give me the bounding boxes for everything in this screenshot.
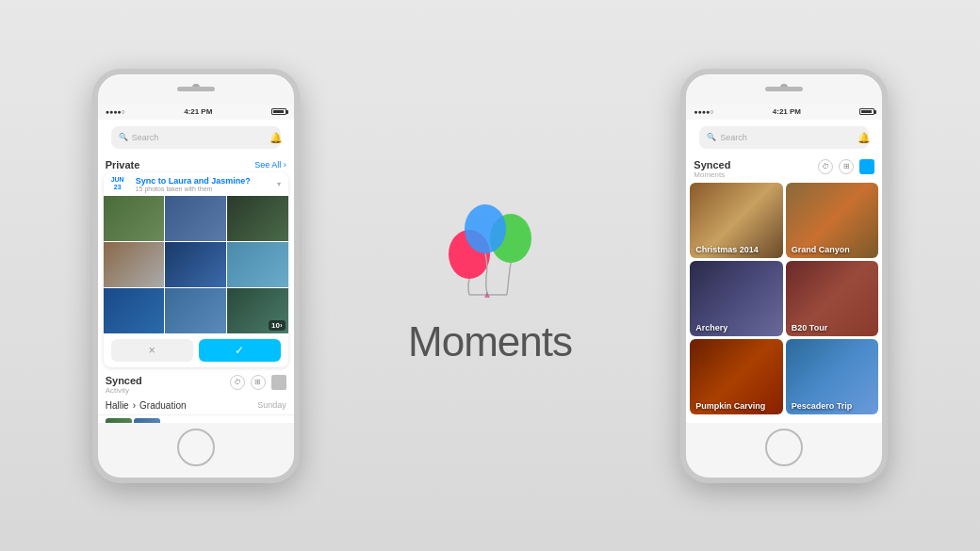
signal-left: ●●●●○ <box>106 108 125 115</box>
photo-cell-8 <box>165 288 226 333</box>
chevron-down-icon[interactable]: ▾ <box>277 180 281 188</box>
album-label-pescadero: Pescadero Trip <box>792 401 853 411</box>
battery-right <box>859 108 874 115</box>
clock-icon-right[interactable]: ⏱ <box>818 159 833 174</box>
photo-cell-5 <box>165 242 226 287</box>
search-placeholder-left: Search <box>132 133 273 142</box>
time-right: 4:21 PM <box>773 107 801 116</box>
synced-right-titles: Synced Moments <box>694 159 730 179</box>
album-grand-canyon[interactable]: Grand Canyon <box>786 183 879 258</box>
more-count: 10› <box>269 320 286 331</box>
synced-section-left: Synced Activity ⏱ ⊞ Hallie › Grad <box>98 371 294 423</box>
private-header: Private See All › <box>98 155 294 172</box>
phone-screen-left: ●●●●○ 4:21 PM 🔍 Search 🔔 Private See All… <box>98 105 294 423</box>
scene: ●●●●○ 4:21 PM 🔍 Search 🔔 Private See All… <box>0 0 980 551</box>
confirm-button[interactable]: ✓ <box>199 339 281 362</box>
album-grid: Christmas 2014 Grand Canyon Archery B20 … <box>686 183 882 414</box>
grid-icon[interactable]: ⊞ <box>251 375 266 390</box>
time-left: 4:21 PM <box>184 107 212 116</box>
sync-date-day: 23 <box>111 184 124 191</box>
album-label-canyon: Grand Canyon <box>792 245 850 254</box>
sync-card-title: Sync to Laura and Jasmine? <box>136 176 277 186</box>
photo-cell-2 <box>165 196 226 241</box>
activity-date: Sunday <box>257 400 286 410</box>
search-wrapper-left: 🔍 Search 🔔 <box>98 120 294 155</box>
synced-title-right: Synced <box>694 159 730 170</box>
album-pescadero-trip[interactable]: Pescadero Trip <box>786 339 879 414</box>
search-bar-left[interactable]: 🔍 Search <box>111 126 281 149</box>
balloons-svg <box>433 186 547 300</box>
battery-left <box>271 108 286 115</box>
grid-icon-right[interactable]: ⊞ <box>839 159 854 174</box>
album-label-christmas: Christmas 2014 <box>695 245 759 254</box>
active-view-icon-right[interactable] <box>859 159 874 174</box>
status-bar-right: ●●●●○ 4:21 PM <box>686 105 882 120</box>
clock-icon[interactable]: ⏱ <box>230 375 245 390</box>
search-bar-right[interactable]: 🔍 Search <box>699 126 869 149</box>
activity-text: Hallie › Graduation <box>106 400 187 411</box>
thumb-2 <box>134 418 160 423</box>
album-pumpkin-carving[interactable]: Pumpkin Carving <box>690 339 783 414</box>
sync-date-month: JUN <box>111 176 124 184</box>
sync-card: JUN 23 Sync to Laura and Jasmine? 15 pho… <box>104 172 288 367</box>
synced-subtitle-right: Moments <box>694 170 730 179</box>
activity-target: Graduation <box>139 400 186 411</box>
sync-card-header: JUN 23 Sync to Laura and Jasmine? 15 pho… <box>104 172 288 196</box>
private-title: Private <box>106 159 140 170</box>
activity-thumbs <box>98 415 294 423</box>
moments-title: Moments <box>408 318 572 365</box>
svg-point-2 <box>465 204 506 253</box>
bell-icon-right: 🔔 <box>858 131 871 143</box>
sync-card-subtitle: 15 photos taken with them <box>136 186 277 192</box>
phone-left: ●●●●○ 4:21 PM 🔍 Search 🔔 Private See All… <box>92 69 300 483</box>
search-icon-left: 🔍 <box>119 133 128 141</box>
photo-cell-1 <box>104 196 165 241</box>
moments-logo <box>433 186 547 300</box>
see-all-private[interactable]: See All › <box>254 160 286 170</box>
status-bar-left: ●●●●○ 4:21 PM <box>98 105 294 120</box>
album-label-pumpkin: Pumpkin Carving <box>695 401 765 411</box>
synced-title-left: Synced <box>106 375 142 386</box>
signal-right: ●●●●○ <box>694 108 713 115</box>
photo-cell-3 <box>227 196 288 241</box>
search-placeholder-right: Search <box>720 133 861 142</box>
activity-name-row: Hallie › Graduation <box>106 400 187 411</box>
album-b20-tour[interactable]: B20 Tour <box>786 261 879 336</box>
album-christmas[interactable]: Christmas 2014 <box>690 183 783 258</box>
synced-icons-right: ⏱ ⊞ <box>818 159 874 174</box>
phone-right: ●●●●○ 4:21 PM 🔍 Search 🔔 Synced Moments <box>680 69 888 483</box>
synced-right-header: Synced Moments ⏱ ⊞ <box>686 155 882 183</box>
activity-item: Hallie › Graduation Sunday <box>98 397 294 415</box>
center-section: Moments <box>408 186 572 365</box>
photo-cell-4 <box>104 242 165 287</box>
search-wrapper-right: 🔍 Search 🔔 <box>686 120 882 155</box>
thumb-1 <box>106 418 132 423</box>
synced-title-group: Synced Activity <box>106 375 142 395</box>
synced-subtitle-left: Activity <box>106 386 142 395</box>
album-label-b20: B20 Tour <box>792 323 827 332</box>
photo-cell-9: 10› <box>227 288 288 333</box>
phone-speaker-left <box>177 87 215 91</box>
view-icon[interactable] <box>271 375 286 390</box>
photo-actions: × ✓ <box>104 333 288 367</box>
bell-icon-left: 🔔 <box>270 131 283 143</box>
sync-date: JUN 23 <box>111 176 124 190</box>
synced-header-left: Synced Activity ⏱ ⊞ <box>98 371 294 397</box>
phone-screen-right: ●●●●○ 4:21 PM 🔍 Search 🔔 Synced Moments <box>686 105 882 423</box>
activity-name: Hallie <box>106 400 129 411</box>
album-archery[interactable]: Archery <box>690 261 783 336</box>
synced-icons-left: ⏱ ⊞ <box>230 375 286 390</box>
photo-cell-7 <box>104 288 165 333</box>
sync-info: Sync to Laura and Jasmine? 15 photos tak… <box>130 176 277 192</box>
phone-speaker-right <box>765 87 803 91</box>
search-icon-right: 🔍 <box>707 133 716 141</box>
photo-cell-6 <box>227 242 288 287</box>
cancel-button[interactable]: × <box>111 339 193 362</box>
activity-arrow: › <box>133 400 136 411</box>
album-label-archery: Archery <box>695 323 727 332</box>
photo-grid: 10› <box>104 196 288 333</box>
